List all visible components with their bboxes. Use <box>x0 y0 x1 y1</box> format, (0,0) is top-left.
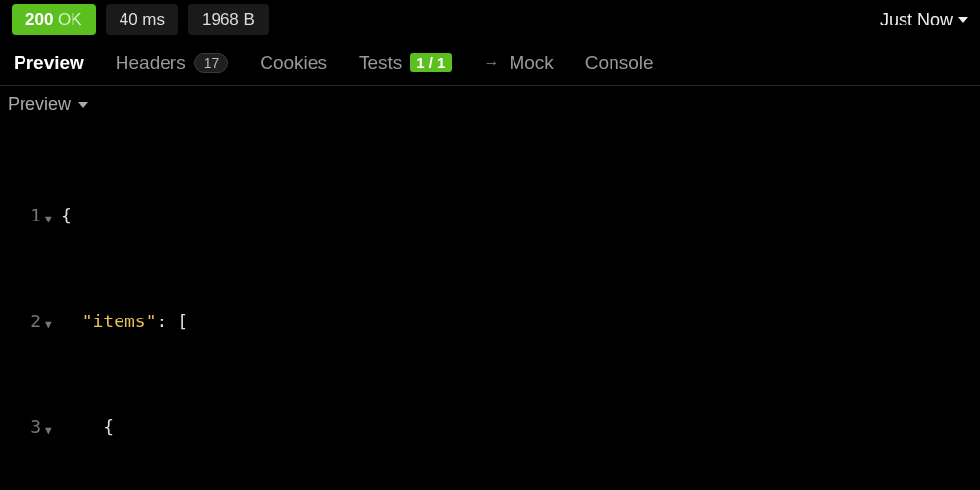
response-tabs: Preview Headers 17 Cookies Tests 1 / 1 →… <box>0 39 980 86</box>
code-line: 2 ▼ "items": [ <box>0 309 980 338</box>
fold-toggle-icon[interactable]: ▼ <box>45 203 59 232</box>
chevron-down-icon <box>958 17 968 23</box>
response-size: 1968 B <box>188 4 269 35</box>
tests-pass-badge: 1 / 1 <box>410 53 452 72</box>
arrow-right-icon: → <box>483 54 499 72</box>
tab-cookies[interactable]: Cookies <box>258 42 329 83</box>
tab-preview[interactable]: Preview <box>12 42 86 83</box>
tab-headers-label: Headers <box>116 52 186 74</box>
tab-tests-label: Tests <box>359 52 402 74</box>
code-line: 1 ▼ { <box>0 203 980 232</box>
preview-mode-label: Preview <box>8 94 71 115</box>
status-code: 200 <box>25 10 53 28</box>
fold-toggle-icon[interactable]: ▼ <box>45 309 59 338</box>
status-text: OK <box>58 10 82 28</box>
status-code-pill: 200 OK <box>12 4 96 35</box>
tab-console[interactable]: Console <box>583 42 656 83</box>
code-line: 3 ▼ { <box>0 415 980 444</box>
timestamp-dropdown[interactable]: Just Now <box>880 10 968 30</box>
chevron-down-icon <box>78 102 88 108</box>
response-status-bar: 200 OK 40 ms 1968 B Just Now <box>0 0 980 39</box>
fold-toggle-icon[interactable]: ▼ <box>45 415 59 444</box>
timestamp-label: Just Now <box>880 10 953 30</box>
response-time: 40 ms <box>106 4 178 35</box>
preview-mode-dropdown[interactable]: Preview <box>0 86 980 122</box>
response-body-viewer[interactable]: 1 ▼ { 2 ▼ "items": [ 3 ▼ { 4 "title": "T… <box>0 122 980 490</box>
line-number: 2 <box>0 309 45 334</box>
line-number: 1 <box>0 203 45 228</box>
tab-headers[interactable]: Headers 17 <box>114 42 230 83</box>
tab-tests[interactable]: Tests 1 / 1 <box>357 42 455 83</box>
line-number: 3 <box>0 415 45 440</box>
tab-mock-label: Mock <box>509 52 553 74</box>
headers-count-badge: 17 <box>194 53 229 73</box>
tab-mock[interactable]: → Mock <box>481 42 555 83</box>
